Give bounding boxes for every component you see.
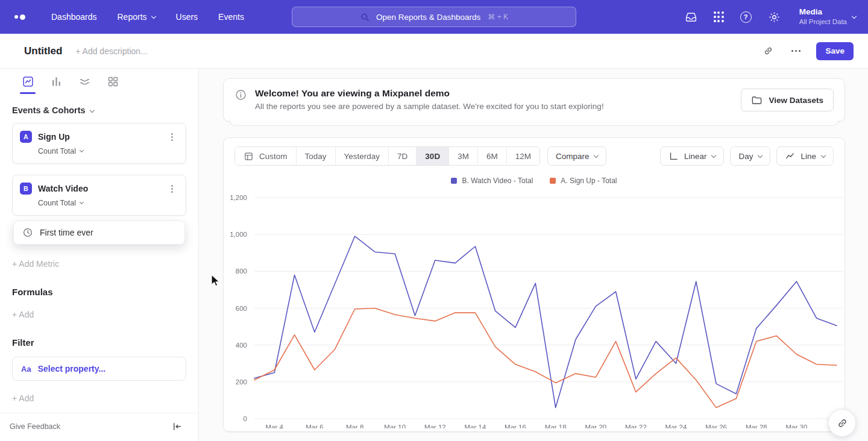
metric-card-a[interactable]: A Sign Up Count Total [12, 123, 186, 164]
compare-button[interactable]: Compare [547, 146, 607, 166]
date-range-6m[interactable]: 6M [477, 147, 506, 165]
events-cohorts-section[interactable]: Events & Cohorts [0, 94, 198, 123]
date-range-7d[interactable]: 7D [388, 147, 416, 165]
info-icon [234, 89, 247, 101]
date-range-30d[interactable]: 30D [416, 147, 448, 165]
help-icon[interactable]: ? [740, 11, 752, 23]
add-metric-button[interactable]: + Add Metric [0, 255, 198, 269]
project-switcher[interactable]: Media All Project Data [799, 7, 856, 26]
svg-text:Mar 22: Mar 22 [625, 424, 647, 428]
line-chart[interactable]: 02004006008001,0001,200Mar 4Mar 6Mar 8Ma… [224, 185, 844, 428]
date-range-12m[interactable]: 12M [506, 147, 539, 165]
select-property-label: Select property... [38, 364, 106, 374]
more-options-button[interactable] [788, 44, 803, 58]
nav-users-label: Users [176, 12, 198, 22]
banner-title: Welcome! You are viewing a Mixpanel demo [255, 88, 604, 99]
filter-heading: Filter [0, 319, 198, 348]
nav-dashboards[interactable]: Dashboards [41, 12, 107, 22]
top-nav-bar: Dashboards Reports Users Events Open Rep… [0, 0, 868, 34]
insights-chart-icon [22, 75, 34, 88]
add-description-field[interactable]: + Add description... [75, 46, 147, 56]
nav-reports[interactable]: Reports [107, 12, 166, 22]
nav-events[interactable]: Events [208, 12, 254, 22]
date-range-custom[interactable]: Custom [235, 147, 296, 165]
metric-menu-button[interactable] [165, 131, 178, 143]
scale-label: Linear [684, 152, 707, 161]
demo-welcome-banner: Welcome! You are viewing a Mixpanel demo… [223, 78, 845, 122]
add-formula-button[interactable]: + Add [0, 297, 198, 319]
legend-item[interactable]: B. Watch Video - Total [451, 177, 533, 185]
settings-gear-icon[interactable] [768, 11, 781, 23]
nav-dashboards-label: Dashboards [51, 12, 97, 22]
date-range-yesterday[interactable]: Yesterday [335, 147, 389, 165]
metric-menu-button[interactable] [165, 183, 178, 195]
chevron-down-icon [80, 200, 84, 204]
scale-dropdown[interactable]: Linear [660, 146, 725, 166]
chevron-down-icon [821, 152, 826, 157]
svg-text:Mar 20: Mar 20 [585, 424, 606, 428]
chart-type-label: Line [800, 152, 816, 161]
metric-name: Sign Up [38, 132, 70, 142]
aggregation-label: Count Total [38, 147, 76, 155]
custom-range-label: Custom [259, 152, 288, 161]
svg-text:1,200: 1,200 [230, 194, 247, 201]
copy-link-icon[interactable] [761, 44, 775, 58]
svg-text:Mar 6: Mar 6 [306, 424, 323, 428]
inbox-icon[interactable] [685, 11, 697, 23]
chart-type-dropdown[interactable]: Line [776, 146, 834, 166]
chevron-down-icon [151, 13, 156, 18]
date-range-segmented-control: Custom TodayYesterday7D30D3M6M12M [234, 146, 540, 166]
metric-card-b[interactable]: B Watch Video Count Total [12, 175, 186, 216]
tab-insights[interactable] [19, 75, 36, 94]
global-search-bar[interactable]: Open Reports & Dashboards ⌘ + K [292, 7, 576, 27]
share-link-fab[interactable] [828, 409, 856, 437]
aggregation-dropdown[interactable]: Count Total [38, 147, 178, 155]
apps-grid-icon[interactable] [714, 11, 724, 22]
mixpanel-logo[interactable] [14, 14, 25, 20]
compare-label: Compare [556, 152, 590, 161]
legend-item[interactable]: A. Sign Up - Total [550, 177, 617, 185]
report-title[interactable]: Untitled [24, 45, 62, 57]
first-time-ever-option[interactable]: First time ever [13, 220, 185, 245]
legend-swatch [451, 178, 457, 184]
tab-retention[interactable] [104, 75, 121, 94]
svg-text:Mar 4: Mar 4 [266, 424, 284, 428]
svg-text:Mar 24: Mar 24 [665, 424, 687, 428]
svg-text:Mar 14: Mar 14 [465, 424, 486, 428]
main-content: Welcome! You are viewing a Mixpanel demo… [199, 69, 868, 441]
chart-toolbar: Custom TodayYesterday7D30D3M6M12M Compar… [224, 138, 844, 172]
collapse-sidebar-icon[interactable] [172, 421, 183, 432]
retention-grid-icon [107, 75, 119, 88]
insights-chart-card: Custom TodayYesterday7D30D3M6M12M Compar… [223, 137, 845, 432]
calendar-icon [244, 151, 254, 161]
events-cohorts-label: Events & Cohorts [12, 105, 86, 115]
add-filter-button[interactable]: + Add [0, 381, 198, 403]
folder-icon [751, 95, 763, 106]
search-placeholder: Open Reports & Dashboards [376, 13, 480, 22]
query-builder-sidebar: Events & Cohorts A Sign Up Count Total B… [0, 69, 199, 441]
svg-text:Mar 16: Mar 16 [505, 424, 526, 428]
first-time-ever-label: First time ever [40, 228, 93, 237]
nav-users[interactable]: Users [166, 12, 209, 22]
link-icon [836, 417, 849, 430]
give-feedback-link[interactable]: Give Feedback [10, 422, 60, 431]
aggregation-dropdown[interactable]: Count Total [38, 199, 178, 207]
search-shortcut: ⌘ + K [488, 13, 508, 21]
formulas-heading: Formulas [0, 269, 198, 297]
date-range-today[interactable]: Today [296, 147, 335, 165]
svg-text:Mar 12: Mar 12 [424, 424, 446, 428]
chevron-down-icon [80, 148, 84, 152]
filter-select-property[interactable]: Aa Select property... [12, 357, 186, 381]
banner-subtitle: All the reports you see are powered by a… [255, 102, 604, 111]
view-datasets-button[interactable]: View Datasets [741, 89, 834, 111]
tab-funnels[interactable] [48, 75, 64, 94]
date-range-3m[interactable]: 3M [448, 147, 477, 165]
tab-flows[interactable] [76, 75, 93, 94]
bar-chart-icon [50, 75, 63, 88]
metric-name: Watch Video [38, 184, 88, 193]
save-button[interactable]: Save [816, 42, 854, 60]
sidebar-footer: Give Feedback [0, 413, 198, 441]
line-chart-icon [785, 151, 795, 161]
report-header: Untitled + Add description... Save [0, 34, 868, 69]
interval-dropdown[interactable]: Day [730, 146, 770, 166]
